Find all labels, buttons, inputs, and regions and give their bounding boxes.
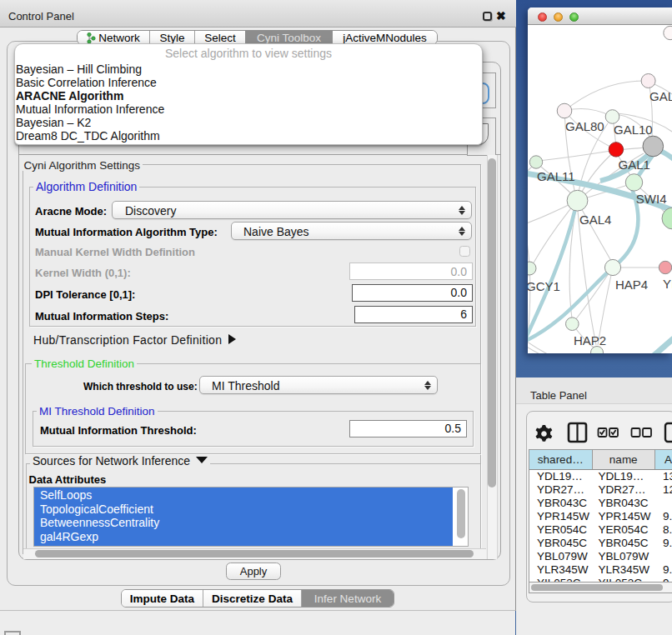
svg-text:GAL4: GAL4	[579, 212, 611, 227]
svg-text:HAP4: HAP4	[615, 278, 648, 292]
svg-text:GAL80: GAL80	[565, 119, 604, 133]
svg-text:GCY1: GCY1	[528, 279, 560, 293]
svg-text:GAL10: GAL10	[614, 122, 653, 137]
svg-text:GAL2: GAL2	[649, 89, 672, 103]
svg-text:GAL11: GAL11	[537, 169, 575, 183]
svg-text:GAL1: GAL1	[619, 158, 650, 172]
svg-text:HAP2: HAP2	[574, 333, 606, 348]
svg-text:YI: YI	[663, 277, 672, 291]
svg-text:SWI4: SWI4	[636, 192, 667, 206]
